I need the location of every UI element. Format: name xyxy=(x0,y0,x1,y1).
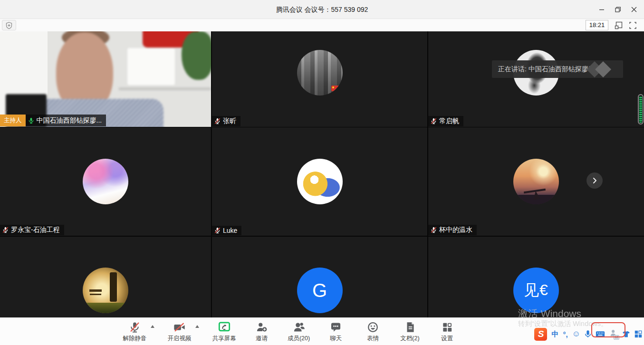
participant-tile-host[interactable]: 主持人 中国石油西部钻探廖... xyxy=(0,31,211,127)
ime-skin-icon[interactable] xyxy=(622,330,630,338)
layout-icon xyxy=(615,21,623,29)
chat-label: 聊天 xyxy=(330,335,342,343)
members-button[interactable]: 成员(20) xyxy=(288,320,310,343)
minimize-icon xyxy=(599,7,605,12)
members-label: 成员(20) xyxy=(288,335,310,343)
close-icon xyxy=(631,7,637,12)
invite-person-icon xyxy=(255,321,268,334)
camera-muted-icon xyxy=(173,321,186,334)
ime-mode-chinese[interactable]: 中 xyxy=(551,330,558,339)
settings-button[interactable]: 设置 xyxy=(436,320,459,343)
document-icon xyxy=(404,321,416,334)
avatar-initial-text: 见€ xyxy=(524,280,548,301)
ime-account-icon[interactable]: 12 xyxy=(609,329,618,339)
mic-muted-icon xyxy=(214,117,221,125)
decor-diamond xyxy=(595,61,611,77)
participant-tile[interactable]: Luke xyxy=(212,127,427,236)
mic-volume-meter xyxy=(638,94,644,125)
chat-button[interactable]: 聊天 xyxy=(325,320,347,343)
settings-grid-icon xyxy=(441,321,453,334)
chevron-right-icon xyxy=(591,177,598,184)
flag-icon xyxy=(331,86,339,91)
invite-label: 邀请 xyxy=(256,335,268,343)
participant-tile[interactable] xyxy=(0,237,211,317)
unmute-button[interactable]: 解除静音 xyxy=(123,320,147,343)
start-video-button[interactable]: 开启视频 xyxy=(168,320,192,343)
participant-name: Luke xyxy=(223,227,237,234)
share-screen-icon xyxy=(218,321,231,334)
participant-name: 中国石油西部钻探廖... xyxy=(37,116,102,125)
emoji-smiley-icon xyxy=(366,321,379,334)
participant-name: 张昕 xyxy=(223,117,236,125)
avatar-initial: G xyxy=(297,268,343,313)
participant-tile[interactable]: G xyxy=(212,237,427,317)
share-screen-label: 共享屏幕 xyxy=(212,335,236,343)
ime-emoji-icon[interactable]: ☺ xyxy=(572,329,580,339)
avatar xyxy=(297,159,343,204)
emoji-label: 表情 xyxy=(367,335,379,343)
avatar xyxy=(513,159,559,204)
mic-active-icon xyxy=(28,117,35,125)
audio-options-caret[interactable] xyxy=(151,325,154,328)
restore-button[interactable] xyxy=(610,0,626,19)
mic-muted-icon xyxy=(2,226,9,234)
participant-name: 杯中的温水 xyxy=(439,226,472,234)
minimize-button[interactable] xyxy=(594,0,610,19)
chat-icon xyxy=(329,321,342,334)
mic-muted-icon xyxy=(430,226,437,234)
ime-voice-icon[interactable] xyxy=(585,330,591,338)
window-title: 腾讯会议 会议号：557 539 092 xyxy=(0,0,644,19)
ime-punctuation[interactable]: °, xyxy=(563,330,567,338)
settings-label: 设置 xyxy=(441,335,453,343)
shield-plus-icon xyxy=(6,22,12,29)
ime-toolbox-icon[interactable] xyxy=(634,330,642,338)
docs-button[interactable]: 文档(2) xyxy=(399,320,422,343)
avatar xyxy=(83,268,128,313)
speaking-tooltip: 正在讲话: 中国石油西部钻探廖世俊; xyxy=(492,60,623,78)
participant-tile[interactable]: 罗永宝-石油工程 xyxy=(0,127,211,236)
members-icon xyxy=(292,321,306,334)
next-page-button[interactable] xyxy=(586,172,603,189)
meeting-sub-bar: 18:21 xyxy=(0,19,644,31)
participant-name: 常启帆 xyxy=(439,117,459,125)
video-options-caret[interactable] xyxy=(195,325,199,328)
participant-tile[interactable]: 见€ xyxy=(428,237,644,317)
layout-switch-button[interactable] xyxy=(614,20,623,30)
fullscreen-icon xyxy=(629,22,636,29)
participant-tile[interactable]: 张昕 xyxy=(212,31,427,127)
mic-muted-icon xyxy=(128,321,141,334)
security-button[interactable] xyxy=(2,20,16,30)
tencent-meeting-window: 腾讯会议 会议号：557 539 092 18:21 xyxy=(0,0,644,345)
host-badge: 主持人 xyxy=(0,115,26,126)
share-screen-button[interactable]: 共享屏幕 xyxy=(212,320,236,343)
avatar xyxy=(297,50,343,96)
ime-account-badge: 12 xyxy=(614,335,619,340)
participant-tile[interactable]: 杯中的温水 xyxy=(428,127,644,236)
mic-muted-icon xyxy=(214,227,221,234)
emoji-button[interactable]: 表情 xyxy=(362,320,384,343)
sogou-logo[interactable]: S xyxy=(534,328,547,341)
window-controls xyxy=(594,0,642,19)
participant-tile[interactable]: 常启帆 xyxy=(428,31,644,127)
name-plate-row: 主持人 中国石油西部钻探廖... xyxy=(0,115,106,126)
avatar-initial-text: G xyxy=(312,280,327,301)
docs-label: 文档(2) xyxy=(400,335,419,343)
close-button[interactable] xyxy=(626,0,642,19)
start-video-label: 开启视频 xyxy=(168,335,192,343)
restore-icon xyxy=(615,7,621,12)
avatar xyxy=(83,159,128,204)
meeting-clock: 18:21 xyxy=(586,20,608,30)
ime-keyboard-icon[interactable] xyxy=(596,331,605,338)
unmute-label: 解除静音 xyxy=(123,335,147,343)
participant-name: 罗永宝-石油工程 xyxy=(11,226,60,234)
mic-muted-icon xyxy=(430,117,437,125)
title-bar: 腾讯会议 会议号：557 539 092 xyxy=(0,0,644,19)
fullscreen-button[interactable] xyxy=(628,20,637,30)
invite-button[interactable]: 邀请 xyxy=(250,320,273,343)
ime-toolbar: S 中 °, ☺ 12 xyxy=(534,327,642,341)
avatar-initial: 见€ xyxy=(513,268,559,313)
